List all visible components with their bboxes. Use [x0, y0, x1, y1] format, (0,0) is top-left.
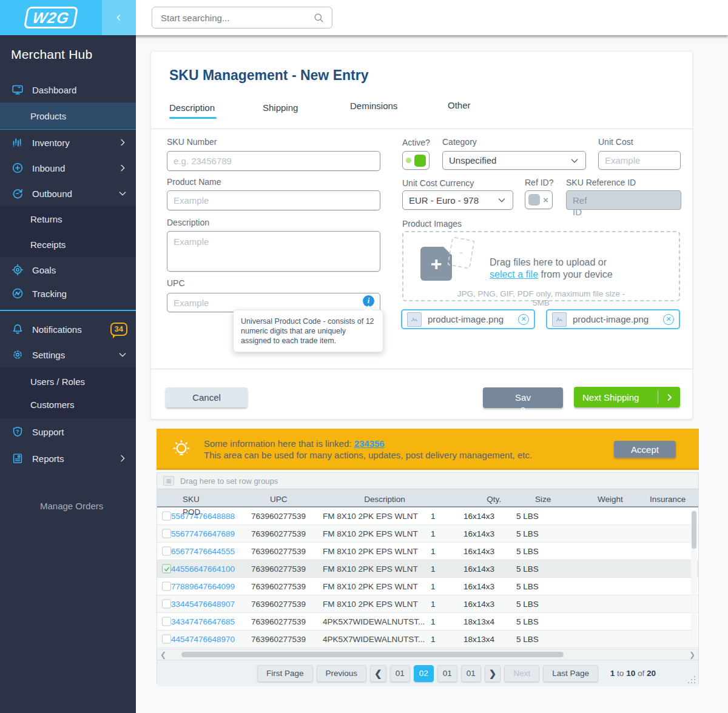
sku-link[interactable]: 34347476647685 — [171, 617, 235, 626]
column-header-size[interactable]: Size — [535, 493, 551, 506]
sidebar-item-tracking[interactable]: Tracking — [0, 283, 136, 304]
sku-link[interactable]: 44547476648970 — [171, 635, 235, 644]
column-header-upc[interactable]: UPC — [270, 493, 288, 506]
active-toggle[interactable] — [402, 151, 430, 170]
currency-select[interactable]: EUR - Euro - 978 — [402, 190, 513, 210]
ref-id-toggle[interactable]: × — [525, 190, 553, 209]
product-name-input[interactable] — [167, 190, 380, 210]
accept-button[interactable]: Accept — [614, 441, 676, 458]
sidebar-item-customers[interactable]: Customers — [0, 393, 136, 416]
logo-text: W2G — [31, 8, 70, 27]
save-button[interactable]: Save — [483, 387, 563, 408]
qty-cell: 1 — [431, 617, 436, 626]
row-checkbox[interactable] — [162, 582, 171, 591]
sidebar-item-label: Inventory — [32, 138, 70, 148]
sidebar-item-label: Inbound — [32, 163, 65, 173]
range-total: 20 — [647, 669, 656, 678]
sidebar-item-inventory[interactable]: Inventory — [0, 130, 136, 155]
chevron-down-icon — [497, 195, 507, 205]
tab-shipping[interactable]: Shipping — [263, 102, 298, 113]
sidebar-item-goals[interactable]: Goals — [0, 257, 136, 283]
row-checkbox[interactable] — [162, 617, 171, 626]
description-cell: FM 8X10 2PK EPS WLNT — [323, 564, 418, 574]
active-label: Active? — [402, 138, 430, 147]
first-page-button[interactable]: First Page — [257, 665, 313, 682]
image-file-icon — [552, 312, 567, 327]
unit-cost-input[interactable] — [598, 151, 681, 170]
pagination-bar: First Page Previous ❮ 01 02 01 01 ❯ Next… — [157, 660, 698, 686]
sidebar-item-settings[interactable]: Settings — [0, 342, 136, 367]
column-header-sku-pod[interactable]: SKU POD — [183, 493, 204, 518]
sku-link[interactable]: 55677476647689 — [171, 529, 235, 538]
sku-link[interactable]: 65677476644555 — [171, 547, 235, 556]
form-footer-divider — [151, 369, 692, 369]
column-header-insurance[interactable]: Insurance — [650, 493, 686, 506]
row-checkbox[interactable] — [162, 635, 171, 644]
sidebar-item-manage-orders[interactable]: Manage Orders — [0, 501, 136, 511]
column-header-weight[interactable]: Weight — [598, 493, 623, 506]
page-number-button[interactable]: 01 — [437, 665, 457, 682]
resize-grip[interactable] — [687, 675, 696, 684]
page-back-chevron[interactable]: ❮ — [370, 665, 386, 682]
sku-link[interactable]: 44556647664100 — [171, 564, 235, 574]
vertical-scrollbar-thumb[interactable] — [692, 511, 696, 549]
sku-reference-input[interactable]: Ref ID — [566, 190, 681, 210]
sidebar-item-receipts[interactable]: Receipts — [0, 232, 136, 257]
tab-other[interactable]: Other — [448, 100, 471, 110]
sidebar-collapse-button[interactable] — [102, 0, 136, 35]
previous-page-button[interactable]: Previous — [317, 665, 367, 682]
tab-description[interactable]: Description — [169, 102, 215, 113]
sidebar-item-inbound[interactable]: Inbound — [0, 155, 136, 181]
page-forward-chevron[interactable]: ❯ — [485, 665, 501, 682]
horizontal-scrollbar-thumb[interactable] — [181, 652, 564, 657]
next-shipping-button[interactable]: Next Shipping — [574, 387, 680, 407]
column-header-description[interactable]: Description — [357, 493, 412, 506]
image-file-icon — [407, 312, 422, 327]
product-name-label: Product Name — [167, 177, 221, 187]
sidebar-item-outbound[interactable]: Outbound — [0, 181, 136, 206]
sidebar-item-notifications[interactable]: Notifications 34 — [0, 316, 136, 342]
page-number-button[interactable]: 01 — [390, 665, 410, 682]
remove-file-icon[interactable]: ✕ — [518, 314, 529, 325]
table-row: 33445476648907 763960277539 FM 8X10 2PK … — [157, 595, 698, 613]
file-dropzone[interactable]: ⌁ Drag files here to upload or select a … — [402, 231, 680, 301]
sidebar-divider — [0, 310, 136, 311]
sidebar-item-label: Reports — [32, 454, 64, 464]
sidebar-item-products[interactable]: Products — [0, 102, 136, 130]
cancel-button[interactable]: Cancel — [166, 387, 248, 407]
select-file-link[interactable]: select a file — [490, 269, 538, 280]
sidebar-item-dashboard[interactable]: Dashboard — [0, 77, 136, 102]
tab-deminsions[interactable]: Deminsions — [350, 101, 397, 111]
search-icon — [313, 12, 325, 24]
sidebar-item-users-roles[interactable]: Users / Roles — [0, 370, 136, 393]
row-checkbox[interactable] — [162, 512, 171, 521]
column-header-qty[interactable]: Qty. — [470, 493, 501, 506]
row-checkbox[interactable] — [162, 529, 171, 538]
page-number-button-active[interactable]: 02 — [414, 665, 434, 682]
last-page-button[interactable]: Last Page — [543, 665, 598, 682]
uploaded-file-chip: product-image.png ✕ — [401, 309, 535, 329]
next-page-button[interactable]: Next — [504, 665, 539, 682]
sidebar-item-support[interactable]: ? Support — [0, 418, 136, 445]
page-number-button[interactable]: 01 — [461, 665, 481, 682]
row-checkbox-checked[interactable] — [162, 564, 171, 574]
search-input[interactable] — [160, 12, 313, 24]
size-cell: 16x14x3 — [463, 547, 494, 556]
description-textarea[interactable] — [167, 231, 380, 272]
sidebar-item-reports[interactable]: Reports — [0, 445, 136, 472]
sidebar-item-returns[interactable]: Returns — [0, 206, 136, 232]
sku-link[interactable]: 77889647664099 — [171, 582, 235, 591]
toggle-on-knob — [414, 155, 426, 167]
category-select[interactable]: Unspecified — [442, 151, 586, 170]
scroll-right-icon[interactable]: ❯ — [689, 651, 696, 659]
row-checkbox[interactable] — [162, 600, 171, 609]
sku-link[interactable]: 33445476648907 — [171, 600, 235, 609]
scroll-left-icon[interactable]: ❮ — [160, 651, 167, 659]
sku-number-input[interactable] — [167, 151, 380, 171]
page-title: SKU Management - New Entry — [169, 67, 368, 84]
sidebar-item-label: Outbound — [32, 189, 72, 199]
banner-link[interactable]: 234356 — [354, 438, 385, 449]
remove-file-icon[interactable]: ✕ — [663, 314, 674, 325]
row-checkbox[interactable] — [162, 547, 171, 556]
row-group-dropzone[interactable]: ▦ Drag here to set row groups — [157, 473, 698, 489]
